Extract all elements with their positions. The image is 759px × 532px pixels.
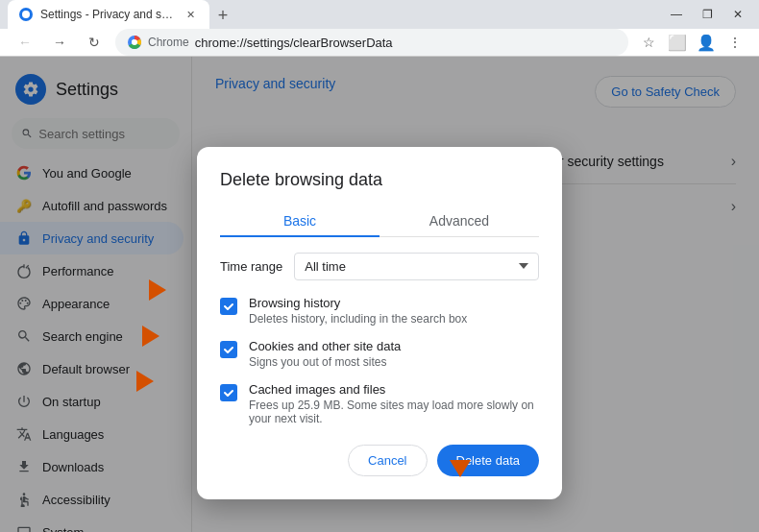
tab-title: Settings - Privacy and security bbox=[40, 8, 175, 21]
dialog-actions: Cancel Delete data bbox=[220, 445, 539, 476]
time-range-select[interactable]: All time Last hour Last 24 hours Last 7 … bbox=[294, 253, 539, 280]
modal-overlay: Delete browsing data Basic Advanced Time… bbox=[0, 57, 759, 532]
window-controls: — ❐ ✕ bbox=[663, 1, 751, 28]
cookies-text: Cookies and other site data Signs you ou… bbox=[249, 339, 401, 369]
chrome-logo-icon bbox=[127, 35, 142, 50]
delete-browsing-data-dialog: Delete browsing data Basic Advanced Time… bbox=[197, 147, 562, 499]
back-button[interactable]: ← bbox=[12, 29, 38, 56]
cached-images-checkbox[interactable] bbox=[220, 384, 237, 401]
cached-images-desc: Frees up 25.9 MB. Some sites may load mo… bbox=[249, 399, 539, 425]
svg-point-0 bbox=[22, 11, 30, 18]
url-text: chrome://settings/clearBrowserData bbox=[195, 36, 393, 50]
dialog-tabs: Basic Advanced bbox=[220, 206, 539, 237]
tab-advanced[interactable]: Advanced bbox=[380, 206, 539, 236]
delete-data-button[interactable]: Delete data bbox=[437, 445, 540, 476]
cookies-checkbox[interactable] bbox=[220, 341, 237, 358]
cookies-desc: Signs you out of most sites bbox=[249, 355, 401, 369]
reload-button[interactable]: ↻ bbox=[81, 29, 108, 56]
tab-close-btn[interactable]: ✕ bbox=[183, 7, 198, 22]
maximize-button[interactable]: ❐ bbox=[694, 1, 721, 28]
tab-favicon bbox=[19, 8, 33, 21]
address-bar: ← → ↻ Chrome chrome://settings/clearBrow… bbox=[0, 29, 759, 57]
dialog-title: Delete browsing data bbox=[220, 170, 539, 190]
browsing-history-desc: Deletes history, including in the search… bbox=[249, 312, 467, 326]
profile-icon[interactable]: 👤 bbox=[694, 30, 719, 55]
minimize-button[interactable]: — bbox=[663, 1, 690, 28]
tab-basic[interactable]: Basic bbox=[220, 206, 380, 236]
browsing-history-label: Browsing history bbox=[249, 296, 467, 310]
time-range-row: Time range All time Last hour Last 24 ho… bbox=[220, 253, 539, 280]
browser-frame: Settings - Privacy and security ✕ + — ❐ … bbox=[0, 0, 759, 532]
cancel-button[interactable]: Cancel bbox=[348, 445, 427, 476]
close-button[interactable]: ✕ bbox=[724, 1, 751, 28]
browsing-history-text: Browsing history Deletes history, includ… bbox=[249, 296, 467, 326]
url-box[interactable]: Chrome chrome://settings/clearBrowserDat… bbox=[115, 29, 628, 56]
browsing-history-item: Browsing history Deletes history, includ… bbox=[220, 296, 539, 326]
cookies-item: Cookies and other site data Signs you ou… bbox=[220, 339, 539, 369]
bookmark-icon[interactable]: ☆ bbox=[636, 30, 661, 55]
content-area: Settings You and Google 🔑 Autofill and p… bbox=[0, 57, 759, 532]
new-tab-button[interactable]: + bbox=[209, 2, 236, 29]
chrome-label: Chrome bbox=[148, 36, 189, 49]
address-bar-icons: ☆ ⬜ 👤 ⋮ bbox=[636, 30, 747, 55]
extensions-icon[interactable]: ⬜ bbox=[665, 30, 690, 55]
browsing-history-checkbox[interactable] bbox=[220, 298, 237, 315]
cookies-label: Cookies and other site data bbox=[249, 339, 401, 353]
title-bar: Settings - Privacy and security ✕ + — ❐ … bbox=[0, 0, 759, 29]
cached-images-item: Cached images and files Frees up 25.9 MB… bbox=[220, 382, 539, 425]
time-range-label: Time range bbox=[220, 259, 282, 274]
menu-icon[interactable]: ⋮ bbox=[722, 30, 747, 55]
cached-images-text: Cached images and files Frees up 25.9 MB… bbox=[249, 382, 539, 425]
svg-point-3 bbox=[132, 39, 137, 45]
cached-images-label: Cached images and files bbox=[249, 382, 539, 397]
tab-bar: Settings - Privacy and security ✕ + bbox=[8, 0, 236, 29]
forward-button[interactable]: → bbox=[46, 29, 73, 56]
active-tab[interactable]: Settings - Privacy and security ✕ bbox=[8, 0, 209, 29]
